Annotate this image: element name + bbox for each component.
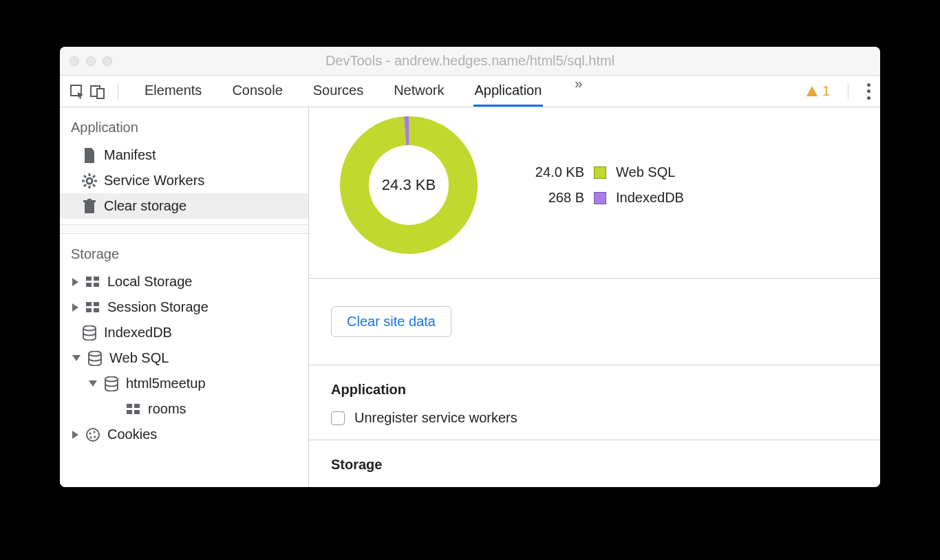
svg-line-11 <box>93 175 95 177</box>
svg-point-24 <box>89 351 101 356</box>
svg-rect-17 <box>86 283 92 287</box>
svg-rect-21 <box>86 308 92 312</box>
svg-rect-28 <box>127 410 132 414</box>
svg-rect-15 <box>86 277 92 281</box>
storage-grid-icon <box>85 274 100 290</box>
content: Application Manifest Service Workers Cle… <box>60 107 880 487</box>
svg-rect-14 <box>87 199 92 200</box>
tab-network[interactable]: Network <box>392 76 445 107</box>
svg-point-32 <box>93 431 95 433</box>
svg-rect-16 <box>94 277 99 281</box>
sidebar-item-label: Clear storage <box>104 198 186 214</box>
expand-icon[interactable] <box>72 431 78 439</box>
svg-point-33 <box>94 435 96 438</box>
svg-line-8 <box>84 175 86 177</box>
sidebar-item-label: Web SQL <box>109 350 169 366</box>
sidebar-item-label: Local Storage <box>107 274 192 290</box>
clear-site-data-section: Clear site data <box>309 279 880 365</box>
panel-tabs: Elements Console Sources Network Applica… <box>143 76 800 107</box>
legend-swatch <box>594 166 606 179</box>
tab-application[interactable]: Application <box>473 76 544 107</box>
sidebar-item-label: rooms <box>148 401 186 417</box>
warnings-indicator[interactable]: 1 <box>806 83 830 99</box>
toolbar-divider <box>848 83 848 100</box>
svg-rect-20 <box>94 302 99 306</box>
tab-elements[interactable]: Elements <box>143 76 203 107</box>
svg-rect-27 <box>134 404 140 408</box>
svg-point-34 <box>89 436 92 438</box>
storage-donut-chart: 24.3 KB <box>337 113 481 257</box>
sidebar-item-label: Manifest <box>104 147 156 163</box>
tab-console[interactable]: Console <box>231 76 284 107</box>
sidebar-item-manifest[interactable]: Manifest <box>60 142 308 168</box>
sidebar-item-label: Session Storage <box>107 299 209 315</box>
main-panel: 24.3 KB 24.0 KB Web SQL 268 B IndexedDB <box>309 107 880 487</box>
storage-grid-icon <box>85 300 100 315</box>
svg-rect-19 <box>86 302 92 306</box>
sidebar: Application Manifest Service Workers Cle… <box>60 107 309 487</box>
toolbar-divider <box>118 83 118 100</box>
clear-site-data-button[interactable]: Clear site data <box>331 306 451 337</box>
cookie-icon <box>85 427 100 442</box>
checkbox-label: Unregister service workers <box>354 410 517 426</box>
svg-line-9 <box>93 184 95 186</box>
sidebar-item-session-storage[interactable]: Session Storage <box>60 294 308 320</box>
legend-label: IndexedDB <box>616 190 684 206</box>
settings-menu-icon[interactable] <box>866 83 870 100</box>
sidebar-section-storage: Storage <box>60 234 308 269</box>
expand-icon[interactable] <box>72 303 78 312</box>
sidebar-divider <box>60 224 308 234</box>
sidebar-item-label: Service Workers <box>104 173 204 189</box>
database-icon <box>82 325 97 341</box>
svg-point-25 <box>105 376 118 381</box>
sidebar-item-label: Cookies <box>107 427 157 442</box>
toolbar: Elements Console Sources Network Applica… <box>60 76 880 107</box>
more-tabs-icon[interactable]: » <box>570 76 586 107</box>
sidebar-item-label: IndexedDB <box>104 325 172 341</box>
tab-sources[interactable]: Sources <box>312 76 365 107</box>
svg-rect-18 <box>94 283 99 287</box>
collapse-icon[interactable] <box>89 380 97 387</box>
minimize-window-button[interactable] <box>86 56 96 66</box>
zoom-window-button[interactable] <box>103 56 112 66</box>
svg-rect-26 <box>127 404 132 408</box>
inspect-element-icon[interactable] <box>70 84 85 99</box>
toolbar-right: 1 <box>806 83 870 100</box>
sidebar-item-service-workers[interactable]: Service Workers <box>60 168 308 193</box>
unregister-service-workers-row[interactable]: Unregister service workers <box>331 410 858 426</box>
sidebar-item-cookies[interactable]: Cookies <box>60 422 308 447</box>
svg-point-23 <box>83 325 96 330</box>
device-toolbar-icon[interactable] <box>90 84 105 99</box>
titlebar: DevTools - andrew.hedges.name/html5/sql.… <box>60 47 880 76</box>
close-window-button[interactable] <box>70 56 79 66</box>
svg-point-31 <box>89 432 91 434</box>
document-icon <box>82 148 97 163</box>
section-heading-application: Application <box>331 382 858 398</box>
traffic-lights <box>60 56 112 66</box>
svg-rect-13 <box>83 200 96 202</box>
database-icon <box>87 351 103 366</box>
legend-size: 268 B <box>522 190 584 206</box>
svg-rect-2 <box>97 89 104 98</box>
svg-point-3 <box>87 178 92 184</box>
sidebar-item-web-sql-db[interactable]: html5meetup <box>60 371 308 396</box>
svg-rect-29 <box>134 410 140 414</box>
database-icon <box>104 376 119 391</box>
sidebar-item-clear-storage[interactable]: Clear storage <box>60 193 308 219</box>
checkbox[interactable] <box>331 411 345 425</box>
legend-row-web-sql: 24.0 KB Web SQL <box>522 164 684 180</box>
storage-grid-icon <box>126 402 141 417</box>
sidebar-item-web-sql[interactable]: Web SQL <box>60 345 308 371</box>
storage-total: 24.3 KB <box>337 113 481 257</box>
sidebar-item-web-sql-table[interactable]: rooms <box>60 396 308 422</box>
expand-icon[interactable] <box>72 278 78 286</box>
devtools-window: DevTools - andrew.hedges.name/html5/sql.… <box>60 47 880 487</box>
storage-legend: 24.0 KB Web SQL 268 B IndexedDB <box>522 164 684 206</box>
sidebar-item-local-storage[interactable]: Local Storage <box>60 269 308 294</box>
storage-usage: 24.3 KB 24.0 KB Web SQL 268 B IndexedDB <box>309 107 880 279</box>
legend-size: 24.0 KB <box>522 164 584 180</box>
storage-section: Storage <box>309 440 880 487</box>
sidebar-item-indexeddb[interactable]: IndexedDB <box>60 320 308 345</box>
sidebar-item-label: html5meetup <box>126 376 206 391</box>
collapse-icon[interactable] <box>72 355 81 361</box>
